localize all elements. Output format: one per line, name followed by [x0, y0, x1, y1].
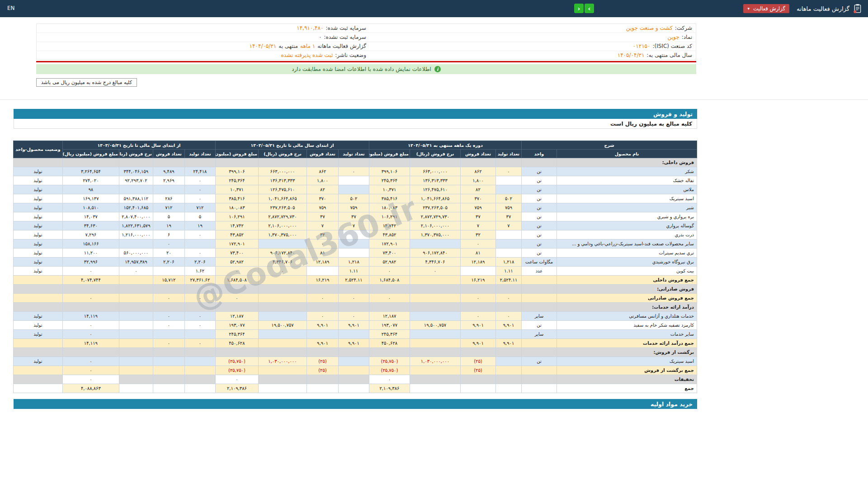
cell-product-name: شکر	[557, 167, 697, 176]
cell-value: ۲۷,۳۶۱.۶۲	[184, 276, 215, 285]
cell-status	[13, 366, 62, 375]
cell-value: ۱۰۶,۲۹۱	[369, 212, 410, 221]
cell-value	[307, 158, 338, 167]
cell-value: ۰	[460, 239, 495, 249]
cell-value: ۱۰,۳۷۱	[215, 185, 258, 194]
cell-value	[153, 303, 184, 312]
cell-value	[258, 285, 307, 294]
prev-report-button[interactable]: ‹	[574, 4, 584, 13]
table-amounts-note: کلیه مبالغ به میلیون ریال است	[14, 119, 697, 129]
cell-value	[119, 158, 153, 167]
cell-value: ۵۶۰,۰۰۰,۰۰۰	[119, 249, 153, 258]
cell-value: ۱,۳۷۰,۳۷۵,۰۰۰	[258, 230, 307, 239]
symbol-label: نماد:	[682, 34, 692, 41]
cell-value: ۰	[495, 294, 521, 303]
cell-status	[13, 303, 62, 312]
cell-value	[153, 330, 184, 339]
cell-status: تولید	[13, 249, 62, 258]
info-cell-registered-capital: سرمایه ثبت شده: ۱۴,۹۱۰,۴۸۰	[40, 25, 366, 32]
unregistered-capital-value: ۰	[319, 34, 321, 41]
cell-value	[338, 176, 369, 185]
cell-value: ۷	[495, 221, 521, 230]
total-row: جمع درآمد ارائه خدمات۹,۹۰۱۹,۹۰۱۴۵۰,۶۲۸۹,…	[13, 339, 697, 348]
cell-product-name: خدمات هتلداري و آژانس مسافرتي	[557, 312, 697, 321]
cell-value: ۰	[62, 357, 119, 366]
cell-value: ۹,۹۰۱	[460, 321, 495, 330]
data-row: خدمات هتلداري و آژانس مسافرتيسایر۰۰۱۲,۱۸…	[13, 312, 697, 321]
cell-value: (۲۵,۷۵۰)	[215, 366, 258, 375]
info-cell-fiscal-year: سال مالی منتهی به: ۱۴۰۵/۰۴/۳۱	[366, 52, 692, 59]
cell-status: تولید	[13, 258, 62, 267]
cell-value: ۶۶۳,۰۰۰,۰۰۰	[258, 167, 307, 176]
desc-group-header: شرح	[521, 141, 697, 150]
cell-value	[153, 285, 184, 294]
raw-material-purchase-title: خرید مواد اولیه	[651, 401, 693, 408]
cell-value: ۸۱	[460, 249, 495, 258]
publisher-status-label: وضعیت ناشر:	[335, 52, 366, 59]
cell-value	[369, 348, 410, 357]
cell-value	[338, 366, 369, 375]
cell-value	[410, 294, 460, 303]
cell-value	[153, 384, 184, 393]
cell-value	[410, 339, 460, 348]
report-period-label: گزارش فعالیت ماهانه	[317, 43, 366, 50]
info-cell-unregistered-capital: سرمایه ثبت نشده: ۰	[40, 34, 366, 41]
production-sales-table: شرح دوره یک ماهه منتهی به ۱۴۰۴/۰۵/۳۱ از …	[13, 141, 697, 393]
cell-value: ۱,۶۸۴,۵۰۸	[369, 276, 410, 285]
cell-unit: مگاوات ساعت	[521, 258, 557, 267]
cell-value: ۹۰۶,۱۷۲,۸۴۰	[258, 249, 307, 258]
cell-value: ۵	[153, 212, 184, 221]
cell-value: ۷	[460, 221, 495, 230]
info-cell-report-period: گزارش فعالیت ماهانه ۱ ماهه منتهی به ۱۴۰۴…	[40, 43, 366, 50]
cell-value	[495, 375, 521, 384]
cell-product-name: ذرت بذري	[557, 230, 697, 239]
cell-value	[258, 330, 307, 339]
cell-value: ۷۵۹	[460, 203, 495, 212]
cell-status: تولید	[13, 230, 62, 239]
cell-value: ۱۹۳,۰۷۷	[369, 321, 410, 330]
cell-value: ۳۸۵,۴۱۶	[215, 194, 258, 203]
amounts-unit-note-box: کلیه مبالغ درج شده به میلیون ریال می باش…	[36, 78, 137, 87]
cell-value: ۳۹۹,۱۰۶	[369, 167, 410, 176]
cell-value	[258, 375, 307, 384]
col-header-production-qty: تعداد تولید	[495, 150, 521, 158]
cell-value: ۰	[153, 239, 184, 249]
language-toggle[interactable]: EN	[7, 5, 15, 11]
col-header-sales-amount: مبلغ فروش (میلیون ریال)	[369, 150, 410, 158]
cell-value: ۱.۶۲	[184, 267, 215, 276]
cell-value: ۱,۸۲۲,۶۳۱,۵۷۹	[119, 221, 153, 230]
cell-value: ۱,۸۰۰	[460, 176, 495, 185]
header-content-divider	[0, 99, 868, 100]
cell-value	[215, 285, 258, 294]
cell-product-name: تخفیفات	[557, 375, 697, 384]
info-icon: i	[434, 66, 441, 72]
cell-value: ۳۷	[460, 212, 495, 221]
cell-value: ۷۵۹	[338, 203, 369, 212]
isic-label: کد صنعت (ISIC):	[652, 43, 692, 50]
cell-value: ۲۳۷,۲۶۳,۵۰۵	[258, 203, 307, 212]
cell-value: ۰	[119, 267, 153, 276]
cell-value: ۳۴۴,۰۴۶,۱۵۹	[119, 167, 153, 176]
cell-value	[410, 158, 460, 167]
cell-unit: تن	[521, 249, 557, 258]
next-report-button[interactable]: ›	[585, 4, 594, 13]
data-row: اسید سیتریکتن۵۰۲۳۷۰۱,۰۴۱,۶۶۴,۸۶۵۳۸۵,۴۱۶۵…	[13, 194, 697, 203]
cell-product-name: کارمزد تصفیه شکر خام به سفید	[557, 321, 697, 330]
data-row: کارمزد تصفیه شکر خام به سفیدتن۹,۹۰۱۹,۹۰۱…	[13, 321, 697, 330]
cell-value	[153, 158, 184, 167]
cell-value: ۵۲,۹۸۲	[369, 258, 410, 267]
report-type-select[interactable]: گزارش فعالیت ▾	[743, 4, 789, 13]
cell-value	[460, 267, 495, 276]
cell-value	[258, 239, 307, 249]
cell-value: ۰	[153, 321, 184, 330]
publisher-status-value: ثبت شده پذیرفته نشده	[281, 52, 333, 59]
cell-product-name: برق نیروگاه خورشیدي	[557, 258, 697, 267]
cell-product-name: تفاله خشک	[557, 176, 697, 185]
cell-value	[119, 357, 153, 366]
cell-value	[184, 384, 215, 393]
cell-value: ۱۷۲,۹۰۱	[369, 239, 410, 249]
cell-value	[153, 357, 184, 366]
cell-value: (۲۵,۷۵۰)	[369, 357, 410, 366]
cell-value: ۱۴,۹۵۷,۳۸۹	[119, 258, 153, 267]
cell-value: ۵۲,۹۸۲	[215, 258, 258, 267]
